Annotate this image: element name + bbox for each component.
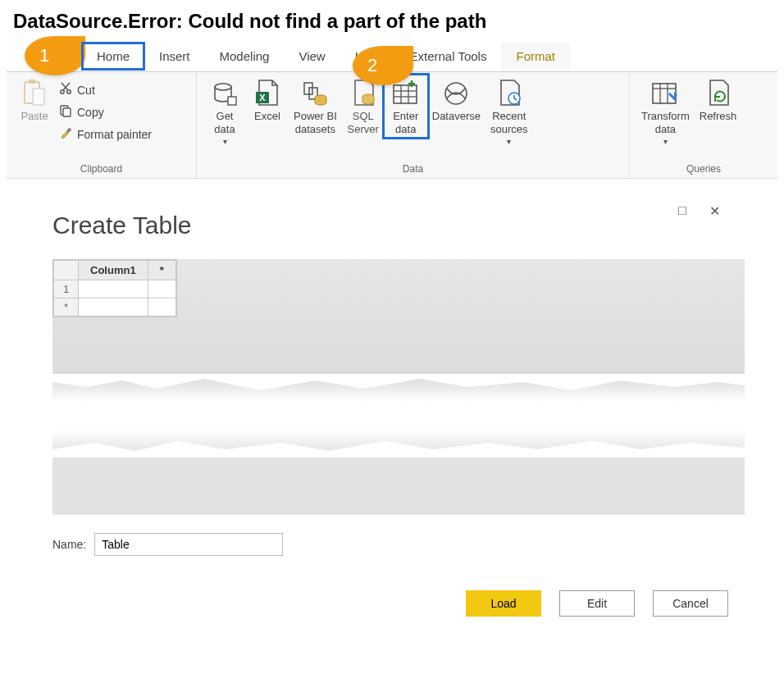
group-data-label: Data xyxy=(203,162,622,178)
copy-label: Copy xyxy=(77,106,104,119)
group-clipboard-label: Clipboard xyxy=(13,162,189,178)
create-table-dialog: □ ✕ Create Table Column1 * 1 * xyxy=(52,212,745,617)
tab-modeling[interactable]: Modeling xyxy=(205,43,285,70)
group-queries: Transform data Refresh Queries xyxy=(630,72,777,178)
powerbi-icon xyxy=(300,79,330,108)
dataverse-button[interactable]: Dataverse xyxy=(427,75,485,123)
dataverse-icon xyxy=(441,79,471,108)
tab-insert[interactable]: Insert xyxy=(144,43,205,70)
maximize-button[interactable]: □ xyxy=(678,203,686,219)
column-header-1[interactable]: Column1 xyxy=(79,261,148,280)
dataverse-label: Dataverse xyxy=(432,110,481,123)
name-label: Name: xyxy=(52,538,86,551)
group-clipboard: Paste Cut Copy xyxy=(7,72,197,178)
tab-format[interactable]: Format xyxy=(501,43,570,70)
transform-label: Transform data xyxy=(641,110,690,137)
format-painter-label: Format painter xyxy=(77,128,152,141)
row-number-star: * xyxy=(54,298,79,316)
svg-rect-8 xyxy=(63,108,71,116)
svg-rect-2 xyxy=(33,89,44,105)
paste-icon xyxy=(20,79,49,108)
callout-1-text: 1 xyxy=(39,45,49,66)
cell-r1-add xyxy=(148,280,175,298)
group-queries-label: Queries xyxy=(636,162,771,178)
recent-icon xyxy=(495,79,524,108)
format-painter-button[interactable]: Format painter xyxy=(56,125,155,143)
refresh-label: Refresh xyxy=(700,110,737,123)
edit-button[interactable]: Edit xyxy=(559,590,635,617)
svg-rect-27 xyxy=(653,84,676,103)
transform-data-button[interactable]: Transform data xyxy=(636,75,695,147)
sql-label: SQL Server xyxy=(348,110,379,137)
tab-home[interactable]: Home xyxy=(82,43,144,70)
torn-edge-down xyxy=(52,369,745,402)
table-name-input[interactable] xyxy=(94,533,283,556)
scissors-icon xyxy=(59,82,72,98)
dialog-title: Create Table xyxy=(52,212,745,239)
add-column[interactable]: * xyxy=(148,261,175,280)
excel-button[interactable]: X Excel xyxy=(246,75,289,123)
cell-r1c1[interactable] xyxy=(79,280,148,298)
database-icon xyxy=(210,79,239,108)
excel-label: Excel xyxy=(254,110,280,123)
svg-rect-11 xyxy=(228,97,236,105)
cancel-button[interactable]: Cancel xyxy=(653,590,728,617)
grid-top: Column1 * 1 * xyxy=(52,259,745,374)
brush-icon xyxy=(59,126,72,142)
svg-rect-14 xyxy=(304,83,312,94)
ribbon-container: 1 Home Insert Modeling View Help Externa… xyxy=(7,41,777,179)
page-heading: DataSource.Error: Could not find a part … xyxy=(0,0,784,41)
svg-rect-18 xyxy=(394,85,417,103)
grid-bottom xyxy=(52,458,745,515)
paste-label: Paste xyxy=(21,110,48,123)
enter-data-label: Enter data xyxy=(393,110,418,137)
copy-icon xyxy=(59,104,72,120)
powerbi-datasets-button[interactable]: Power BI datasets xyxy=(289,75,342,137)
get-data-label: Get data xyxy=(214,110,235,137)
paste-button[interactable]: Paste xyxy=(13,75,56,123)
excel-icon: X xyxy=(253,79,282,108)
transform-icon xyxy=(650,79,680,108)
group-data: Get data X Excel Power BI datasets xyxy=(197,72,630,178)
tab-view[interactable]: View xyxy=(284,43,340,70)
callout-2-text: 2 xyxy=(367,55,377,76)
recent-sources-button[interactable]: Recent sources xyxy=(485,75,533,147)
cut-button[interactable]: Cut xyxy=(56,80,155,99)
svg-point-25 xyxy=(445,83,467,104)
callout-1: 1 xyxy=(25,36,85,75)
callout-2: 2 xyxy=(353,46,413,85)
copy-button[interactable]: Copy xyxy=(56,102,155,121)
cut-label: Cut xyxy=(77,84,95,97)
data-grid[interactable]: Column1 * 1 * xyxy=(52,259,177,317)
ribbon-body: 2 Paste Cut xyxy=(7,72,777,179)
svg-rect-1 xyxy=(29,80,35,84)
refresh-button[interactable]: Refresh xyxy=(695,75,742,123)
svg-point-10 xyxy=(215,84,231,90)
refresh-icon xyxy=(704,79,733,108)
cell-new-row[interactable] xyxy=(79,298,148,316)
recent-label: Recent sources xyxy=(490,110,528,137)
corner-cell xyxy=(54,261,79,280)
close-button[interactable]: ✕ xyxy=(709,203,720,219)
load-button[interactable]: Load xyxy=(466,590,541,617)
row-number-1: 1 xyxy=(54,280,79,298)
get-data-button[interactable]: Get data xyxy=(203,75,246,147)
svg-text:X: X xyxy=(259,93,266,102)
powerbi-label: Power BI datasets xyxy=(294,110,337,137)
